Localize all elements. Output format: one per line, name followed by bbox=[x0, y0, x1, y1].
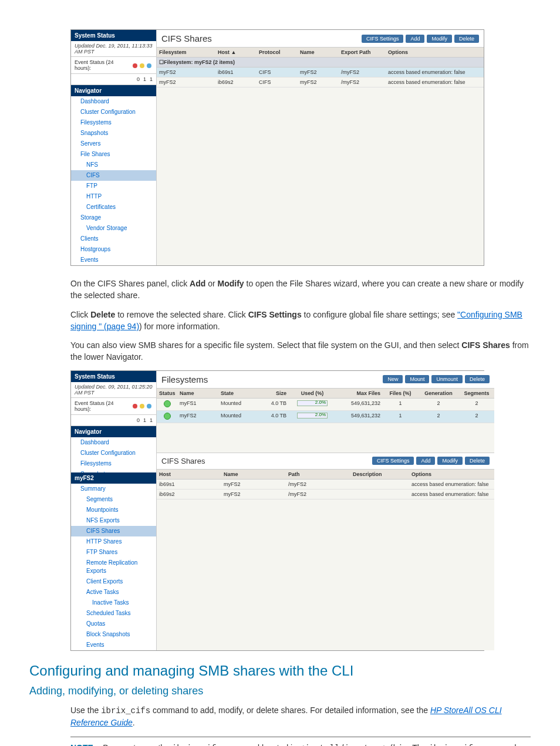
cell-opt: access based enumeration: false bbox=[409, 481, 494, 487]
nav-scheduled-tasks[interactable]: Scheduled Tasks bbox=[71, 608, 156, 619]
table-group-row[interactable]: ☐ Filesystem: myFS2 (2 items) bbox=[157, 58, 484, 67]
nav-block-snapshots[interactable]: Block Snapshots bbox=[71, 629, 156, 640]
cell-desc bbox=[350, 491, 409, 497]
nav-http-shares[interactable]: HTTP Shares bbox=[71, 536, 156, 547]
nav-remote-repl[interactable]: Remote Replication Exports bbox=[71, 558, 156, 576]
cell-opt: access based enumeration: false bbox=[409, 491, 494, 497]
add-button[interactable]: Add bbox=[416, 457, 435, 465]
col-size[interactable]: Size bbox=[254, 390, 289, 396]
col-host[interactable]: Host ▲ bbox=[215, 49, 257, 55]
nav-inactive-tasks[interactable]: Inactive Tasks bbox=[71, 598, 156, 608]
col-name[interactable]: Name bbox=[298, 49, 339, 55]
cifs-settings-button[interactable]: CIFS Settings bbox=[372, 457, 414, 465]
status-updated-time: Updated Dec. 19, 2011, 11:13:33 AM PST bbox=[71, 41, 156, 57]
nav-snapshots[interactable]: Snapshots bbox=[71, 128, 156, 139]
col-name[interactable]: Name bbox=[177, 390, 218, 396]
nav-nfs-exports[interactable]: NFS Exports bbox=[71, 515, 156, 526]
nav-cifs-shares[interactable]: CIFS Shares bbox=[71, 526, 156, 536]
col-files[interactable]: Files (%) bbox=[383, 390, 418, 396]
col-maxfiles[interactable]: Max Files bbox=[336, 390, 383, 396]
para-3: You can also view SMB shares for a speci… bbox=[70, 339, 531, 363]
nav-dashboard[interactable]: Dashboard bbox=[71, 96, 156, 107]
fs-table-row[interactable]: myFS1 Mounted 4.0 TB 549,631,232 1 2 2 bbox=[157, 399, 494, 411]
delete-button[interactable]: Delete bbox=[465, 375, 490, 383]
cell-host: ib69s1 bbox=[157, 481, 221, 487]
nav-cluster-config[interactable]: Cluster Configuration bbox=[71, 448, 156, 458]
cs-table-header: Host Name Path Description Options bbox=[157, 470, 494, 480]
nav-clients[interactable]: Clients bbox=[71, 234, 156, 244]
nav-storage[interactable]: Storage bbox=[71, 212, 156, 223]
nav-certificates[interactable]: Certificates bbox=[71, 202, 156, 212]
add-button[interactable]: Add bbox=[406, 35, 424, 43]
col-status[interactable]: Status bbox=[157, 390, 177, 396]
cifs-shares-screenshot-1: System Status Updated Dec. 19, 2011, 11:… bbox=[70, 29, 484, 266]
group-label: Filesystem: myFS2 (2 items) bbox=[164, 59, 235, 65]
col-path[interactable]: Path bbox=[286, 471, 350, 477]
para-1: On the CIFS Shares panel, click Add or M… bbox=[70, 278, 531, 302]
table-row[interactable]: myFS2 ib69s2 CIFS myFS2 /myFS2 access ba… bbox=[157, 77, 484, 87]
col-options[interactable]: Options bbox=[409, 471, 494, 477]
delete-button[interactable]: Delete bbox=[465, 457, 490, 465]
nav-active-tasks[interactable]: Active Tasks bbox=[71, 587, 156, 598]
fs-selected-header: myFS2 bbox=[71, 472, 156, 484]
subheading-adding-modifying: Adding, modifying, or deleting shares bbox=[29, 685, 531, 697]
event-counts: 0 1 1 bbox=[71, 74, 156, 85]
event-count-2: 1 bbox=[150, 76, 153, 82]
nav-filesystems[interactable]: Filesystems bbox=[71, 117, 156, 128]
nav-servers[interactable]: Servers bbox=[71, 139, 156, 149]
cell-path: /myFS2 bbox=[286, 481, 350, 487]
nav-mountpoints[interactable]: Mountpoints bbox=[71, 505, 156, 515]
col-used[interactable]: Used (%) bbox=[289, 390, 336, 396]
cell-fs: myFS2 bbox=[157, 69, 215, 75]
table-row[interactable]: myFS2 ib69s1 CIFS myFS2 /myFS2 access ba… bbox=[157, 67, 484, 77]
cifs-settings-button[interactable]: CIFS Settings bbox=[362, 35, 404, 43]
event-status-bar: Event Status (24 hours): bbox=[71, 398, 156, 415]
col-protocol[interactable]: Protocol bbox=[257, 49, 298, 55]
nav-events[interactable]: Events bbox=[71, 640, 156, 650]
modify-button[interactable]: Modify bbox=[437, 457, 463, 465]
nav-dashboard[interactable]: Dashboard bbox=[71, 437, 156, 448]
nav-client-exports[interactable]: Client Exports bbox=[71, 576, 156, 587]
col-description[interactable]: Description bbox=[350, 471, 409, 477]
col-options[interactable]: Options bbox=[386, 49, 484, 55]
cs-table-row[interactable]: ib69s2 myFS2 /myFS2 access based enumera… bbox=[157, 490, 494, 499]
cell-files: 1 bbox=[383, 413, 418, 421]
cs-table-row[interactable]: ib69s1 myFS2 /myFS2 access based enumera… bbox=[157, 480, 494, 490]
col-export-path[interactable]: Export Path bbox=[339, 49, 386, 55]
modify-button[interactable]: Modify bbox=[427, 35, 452, 43]
nav-file-shares[interactable]: File Shares bbox=[71, 149, 156, 160]
nav-cifs[interactable]: CIFS bbox=[71, 170, 156, 181]
col-state[interactable]: State bbox=[218, 390, 254, 396]
new-button[interactable]: New bbox=[383, 375, 403, 383]
unmount-button[interactable]: Unmount bbox=[431, 375, 463, 383]
nav-ftp-shares[interactable]: FTP Shares bbox=[71, 547, 156, 558]
fs-table-row[interactable]: myFS2 Mounted 4.0 TB 549,631,232 1 2 2 bbox=[157, 411, 494, 423]
event-count-2: 1 bbox=[150, 417, 153, 423]
para-4: Use the ibrix_cifs command to add, modif… bbox=[70, 704, 531, 729]
cell-opt: access based enumeration: false bbox=[386, 69, 484, 75]
nav-nfs[interactable]: NFS bbox=[71, 160, 156, 170]
col-host[interactable]: Host bbox=[157, 471, 221, 477]
nav-filesystems[interactable]: Filesystems bbox=[71, 458, 156, 469]
nav-vendor-storage[interactable]: Vendor Storage bbox=[71, 223, 156, 234]
cell-gen: 2 bbox=[418, 400, 459, 409]
used-bar bbox=[297, 400, 328, 406]
cell-files: 1 bbox=[383, 400, 418, 409]
nav-segments[interactable]: Segments bbox=[71, 494, 156, 505]
col-generation[interactable]: Generation bbox=[418, 390, 459, 396]
col-segments[interactable]: Segments bbox=[459, 390, 494, 396]
delete-button[interactable]: Delete bbox=[454, 35, 479, 43]
col-filesystem[interactable]: Filesystem bbox=[157, 49, 215, 55]
cell-host: ib69s1 bbox=[215, 69, 257, 75]
nav-events[interactable]: Events bbox=[71, 255, 156, 265]
col-name[interactable]: Name bbox=[221, 471, 286, 477]
nav-cluster-config[interactable]: Cluster Configuration bbox=[71, 107, 156, 117]
nav-hostgroups[interactable]: Hostgroups bbox=[71, 244, 156, 255]
nav-http[interactable]: HTTP bbox=[71, 191, 156, 202]
nav-summary[interactable]: Summary bbox=[71, 484, 156, 494]
cell-exp: /myFS2 bbox=[339, 69, 386, 75]
nav-ftp[interactable]: FTP bbox=[71, 181, 156, 191]
cell-name: myFS2 bbox=[298, 79, 339, 85]
mount-button[interactable]: Mount bbox=[405, 375, 429, 383]
nav-quotas[interactable]: Quotas bbox=[71, 619, 156, 629]
